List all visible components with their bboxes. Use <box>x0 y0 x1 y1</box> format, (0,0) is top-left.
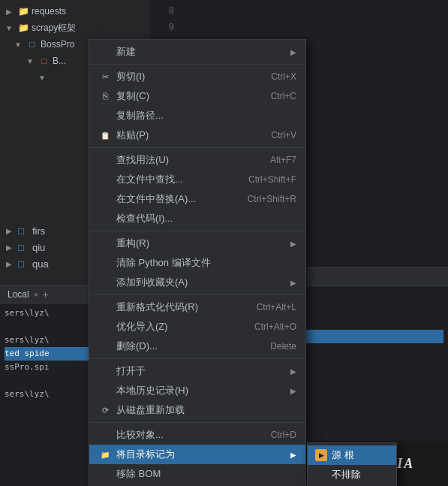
tree-arrow: ▶ <box>3 5 15 17</box>
menu-item-label: 复制路径... <box>116 109 296 122</box>
menu-item-label: 删除(D)... <box>116 340 270 353</box>
mark-dir-icon: 📁 <box>98 448 112 461</box>
menu-item-reformat[interactable]: 重新格式化代码(R) Ctrl+Alt+L <box>89 297 305 317</box>
menu-item-label: 剪切(I) <box>116 70 271 83</box>
submenu-arrow-icon: ▶ <box>290 240 296 248</box>
menu-item-label: 将目录标记为 <box>116 448 286 461</box>
terminal-tab-label[interactable]: Local <box>8 289 29 300</box>
compare-icon <box>98 428 112 442</box>
menu-shortcut: Ctrl+Shift+F <box>248 174 296 185</box>
menu-item-clean-pyc[interactable]: 清除 Python 编译文件 <box>89 253 305 273</box>
submenu-item-label: 源 根 <box>332 448 354 462</box>
mark-dir-submenu: ▶ 源 根 不排除 <box>307 442 397 486</box>
menu-shortcut: Ctrl+X <box>271 71 296 82</box>
tree-arrow: ▼ <box>36 71 48 83</box>
menu-item-label: 查找用法(U) <box>116 153 270 167</box>
code-line-8: 8 <box>156 3 442 20</box>
copy-icon: ⎘ <box>98 89 112 103</box>
menu-item-label: 本地历史记录(H) <box>116 384 286 397</box>
inspect-icon <box>98 212 112 225</box>
paste-icon: 📋 <box>98 128 112 142</box>
submenu-item-not-exclude[interactable]: 不排除 <box>308 465 396 484</box>
menu-shortcut: Ctrl+Shift+R <box>248 194 296 204</box>
tree-label: qua <box>32 258 49 270</box>
menu-item-label: 清除 Python 编译文件 <box>116 256 296 270</box>
menu-item-label: 从磁盘重新加载 <box>116 403 296 417</box>
menu-shortcut: Ctrl+V <box>271 130 296 140</box>
history-icon <box>98 384 112 397</box>
tree-item-scrapy[interactable]: ▼ 📁 scrapy框架 <box>0 20 150 36</box>
menu-item-label: 优化导入(Z) <box>116 320 254 334</box>
menu-separator-4 <box>89 294 305 295</box>
submenu-arrow-icon: ▶ <box>290 48 296 56</box>
menu-item-label: 打开于 <box>116 364 286 378</box>
menu-item-find-usage[interactable]: 查找用法(U) Alt+F7 <box>89 150 305 170</box>
menu-item-delete[interactable]: 删除(D)... Delete <box>89 337 305 356</box>
reload-icon: ⟳ <box>98 403 112 417</box>
menu-item-label: 在文件中查找... <box>116 173 248 186</box>
menu-item-compare[interactable]: 比较对象... Ctrl+D <box>89 425 305 445</box>
menu-shortcut: Ctrl+C <box>271 91 296 101</box>
bom-icon <box>98 467 112 481</box>
submenu-item-source-root[interactable]: ▶ 源 根 <box>308 445 396 465</box>
menu-item-mark-dir[interactable]: 📁 将目录标记为 ▶ ▶ 源 根 不排除 <box>89 445 305 464</box>
code-line-9: 9 <box>156 20 442 36</box>
menu-item-remove-bom[interactable]: 移除 BOM <box>89 464 305 484</box>
menu-separator-3 <box>89 231 305 231</box>
tree-item-requests[interactable]: ▶ 📁 requests <box>0 3 150 20</box>
menu-item-label: 新建 <box>116 45 286 59</box>
menu-item-add-favorite[interactable]: 添加到收藏夹(A) ▶ <box>89 273 305 292</box>
tree-label: requests <box>32 6 66 17</box>
menu-item-label: 比较对象... <box>116 428 271 442</box>
line-number: 8 <box>156 6 174 17</box>
submenu-arrow-icon: ▶ <box>290 451 296 459</box>
tree-label: firs <box>32 225 45 237</box>
menu-item-cut[interactable]: 剪切(I) Ctrl+X <box>89 67 305 86</box>
menu-item-label: 检查代码(I)... <box>116 212 296 225</box>
menu-item-label: 移除 BOM <box>116 467 296 481</box>
menu-item-find-files[interactable]: 在文件中查找... Ctrl+Shift+F <box>89 170 305 189</box>
context-menu: 新建 ▶ 剪切(I) Ctrl+X ⎘ 复制(C) Ctrl+C 复制路径...… <box>89 39 306 486</box>
folder-icon: 📁 <box>17 22 29 34</box>
tree-label: B... <box>53 56 66 66</box>
menu-item-local-history[interactable]: 本地历史记录(H) ▶ <box>89 381 305 400</box>
scissors-icon <box>98 70 112 83</box>
tree-label: qiu <box>32 242 45 253</box>
replace-icon <box>98 192 112 206</box>
terminal-tab-add[interactable]: + <box>43 288 49 300</box>
menu-item-copy-path[interactable]: 复制路径... <box>89 106 305 125</box>
tree-arrow: ▼ <box>12 38 24 50</box>
menu-item-refactor[interactable]: 重构(R) ▶ <box>89 234 305 253</box>
menu-item-copy[interactable]: ⎘ 复制(C) Ctrl+C <box>89 86 305 106</box>
submenu-arrow-icon: ▶ <box>290 367 296 376</box>
menu-separator-6 <box>89 422 305 423</box>
find-files-icon <box>98 173 112 186</box>
menu-item-replace-files[interactable]: 在文件中替换(A)... Ctrl+Shift+R <box>89 189 305 209</box>
menu-item-paste[interactable]: 📋 粘贴(P) Ctrl+V <box>89 125 305 145</box>
source-root-icon: ▶ <box>315 449 327 461</box>
clean-icon <box>98 256 112 270</box>
line-number: 9 <box>156 23 174 33</box>
delete-icon <box>98 340 112 353</box>
copy-path-icon <box>98 109 112 122</box>
menu-item-open-in[interactable]: 打开于 ▶ <box>89 361 305 381</box>
search-icon <box>98 153 112 167</box>
optimize-icon <box>98 320 112 334</box>
new-icon <box>98 45 112 59</box>
menu-item-inspect[interactable]: 检查代码(I)... <box>89 209 305 228</box>
menu-shortcut: Delete <box>270 341 296 352</box>
submenu-arrow-icon: ▶ <box>290 279 296 287</box>
menu-item-label: 在文件中替换(A)... <box>116 192 248 206</box>
menu-shortcut: Ctrl+Alt+L <box>257 302 296 312</box>
favorite-icon <box>98 276 112 289</box>
reformat-icon <box>98 300 112 314</box>
menu-item-optimize-imports[interactable]: 优化导入(Z) Ctrl+Alt+O <box>89 317 305 337</box>
menu-item-label: 复制(C) <box>116 89 271 103</box>
menu-item-label: 重新格式化代码(R) <box>116 300 257 314</box>
terminal-tab-close[interactable]: × <box>34 291 38 299</box>
menu-shortcut: Ctrl+Alt+O <box>254 321 296 332</box>
menu-separator-2 <box>89 147 305 148</box>
menu-item-new[interactable]: 新建 ▶ <box>89 42 305 62</box>
menu-item-reload[interactable]: ⟳ 从磁盘重新加载 <box>89 400 305 420</box>
menu-shortcut: Alt+F7 <box>270 155 296 165</box>
